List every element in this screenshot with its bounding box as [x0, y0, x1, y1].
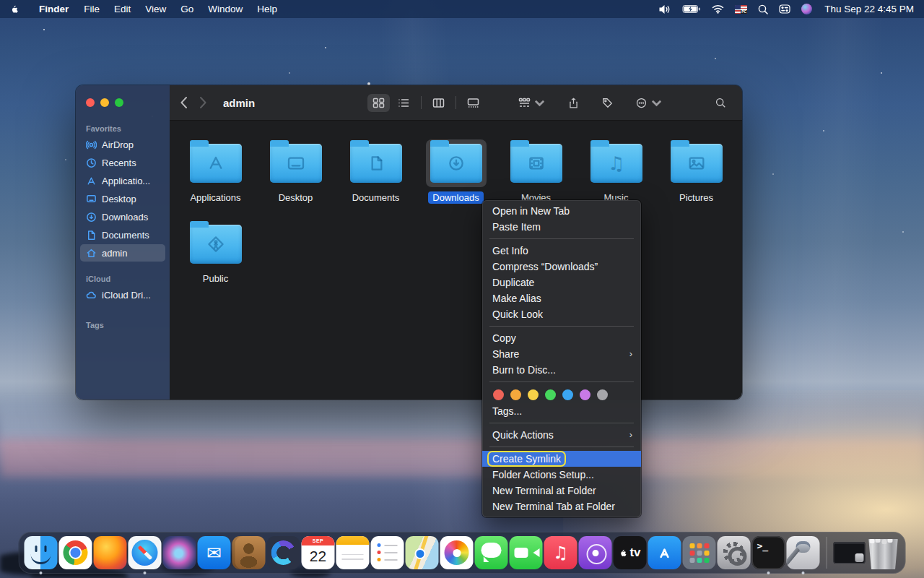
menubar-clock[interactable]: Thu Sep 22 4:45 PM — [824, 4, 914, 14]
menubar-item-help[interactable]: Help — [250, 4, 284, 14]
dock-music-icon[interactable]: ♫ — [544, 536, 578, 569]
menu-item-paste-item[interactable]: Paste Item — [482, 219, 641, 235]
folder-public[interactable]: Public — [175, 220, 256, 301]
dock-mail-icon[interactable]: ✉ — [198, 536, 231, 569]
tag-purple[interactable] — [580, 389, 590, 400]
sidebar-item-airdrop[interactable]: AirDrop — [80, 136, 165, 153]
tag-green[interactable] — [545, 389, 556, 400]
folder-desktop[interactable]: Desktop — [256, 139, 336, 220]
group-by-button[interactable] — [513, 94, 551, 112]
tag-gray[interactable] — [597, 389, 608, 400]
folder-applications[interactable]: Applications — [175, 139, 256, 220]
menubar-item-window[interactable]: Window — [201, 4, 250, 14]
tag-orange[interactable] — [510, 389, 521, 400]
clock-icon — [86, 158, 97, 168]
dock-c-app-icon[interactable] — [267, 536, 300, 569]
dock-divider — [827, 537, 827, 569]
dock-reminders-icon[interactable] — [371, 536, 404, 569]
apple-menu-icon[interactable] — [10, 3, 21, 15]
tag-red[interactable] — [493, 389, 504, 400]
menubar-item-file[interactable]: File — [77, 4, 107, 14]
dock-settings-icon[interactable] — [718, 536, 751, 569]
dock-finder-icon[interactable] — [25, 536, 58, 569]
folder-icon-pictures — [671, 144, 723, 183]
list-view-button[interactable] — [393, 94, 415, 112]
siri-icon[interactable] — [801, 4, 812, 14]
dock-chrome-icon[interactable] — [59, 536, 92, 569]
dock-siri-icon[interactable] — [163, 536, 196, 569]
spotlight-search-icon[interactable] — [758, 4, 768, 14]
minimize-window-button[interactable] — [100, 98, 109, 107]
dock-notes-icon[interactable] — [336, 536, 370, 569]
tag-blue[interactable] — [562, 389, 573, 400]
menu-item-copy[interactable]: Copy — [482, 330, 641, 346]
dock-terminal-icon[interactable]: >_ — [752, 536, 785, 569]
menubar-item-go[interactable]: Go — [173, 4, 201, 14]
icon-view-button[interactable] — [367, 94, 390, 112]
gallery-view-button[interactable] — [462, 94, 484, 112]
dock-firefox-icon[interactable] — [94, 536, 127, 569]
folder-pictures[interactable]: Pictures — [656, 139, 736, 220]
dock-appstore-icon[interactable] — [648, 536, 681, 569]
menu-item-make-alias[interactable]: Make Alias — [482, 290, 641, 306]
dock-safari-icon[interactable] — [128, 536, 162, 569]
stars — [43, 29, 45, 30]
cloud-icon — [86, 290, 97, 301]
dock-photos-icon[interactable] — [440, 536, 474, 569]
menubar-item-finder[interactable]: Finder — [31, 4, 77, 14]
menu-item-get-info[interactable]: Get Info — [482, 243, 641, 259]
sidebar-item-desktop[interactable]: Desktop — [80, 190, 165, 207]
dock-podcasts-icon[interactable] — [579, 536, 612, 569]
menu-item-new-terminal-tab-at-folder[interactable]: New Terminal Tab at Folder — [482, 499, 641, 514]
menu-item-folder-actions-setup[interactable]: Folder Actions Setup... — [482, 467, 641, 483]
dock-minimized-window[interactable] — [834, 536, 866, 569]
zoom-window-button[interactable] — [115, 98, 123, 107]
close-window-button[interactable] — [86, 98, 95, 107]
volume-icon[interactable] — [658, 4, 671, 14]
back-button[interactable] — [180, 96, 188, 109]
menubar-item-view[interactable]: View — [138, 4, 173, 14]
menu-item-duplicate[interactable]: Duplicate — [482, 275, 641, 290]
dock-calendar-icon[interactable]: SEP22 — [302, 536, 335, 569]
dock-launchpad-icon[interactable] — [683, 536, 716, 569]
menu-item-quick-look[interactable]: Quick Look — [482, 306, 641, 322]
dock-messages-icon[interactable] — [475, 536, 508, 569]
menubar-item-edit[interactable]: Edit — [107, 4, 138, 14]
dock-trash-icon[interactable] — [867, 536, 900, 569]
sidebar-item-admin[interactable]: admin — [80, 244, 165, 262]
dock-automator-icon[interactable] — [787, 536, 820, 569]
sidebar-item-applications[interactable]: Applicatio... — [80, 172, 165, 189]
menu-item-share[interactable]: Share› — [482, 346, 641, 362]
battery-charging-icon[interactable] — [682, 4, 701, 14]
sidebar-item-documents[interactable]: Documents — [80, 226, 165, 243]
tag-color-row — [482, 386, 641, 403]
menu-item-create-symlink[interactable]: Create Symlink — [482, 451, 641, 467]
sidebar-item-icloud-drive[interactable]: iCloud Dri... — [80, 286, 165, 303]
folder-icon-music: ♫ — [590, 144, 642, 183]
menu-item-open-in-new-tab[interactable]: Open in New Tab — [482, 203, 641, 219]
dock-appletv-icon[interactable]: tv — [614, 536, 647, 569]
dock-contacts-icon[interactable] — [232, 536, 266, 569]
control-center-icon[interactable] — [779, 4, 790, 14]
sidebar-item-downloads[interactable]: Downloads — [80, 208, 165, 225]
search-icon[interactable] — [710, 94, 732, 112]
more-actions-button[interactable] — [630, 94, 668, 112]
sidebar-item-recents[interactable]: Recents — [80, 154, 165, 171]
menu-item-quick-actions[interactable]: Quick Actions› — [482, 427, 641, 443]
dock-maps-icon[interactable] — [406, 536, 439, 569]
keyboard-layout-us-flag-icon[interactable]: PC — [735, 5, 747, 14]
menu-item-compress[interactable]: Compress “Downloads” — [482, 259, 641, 275]
share-icon[interactable] — [562, 94, 585, 112]
finder-window: Favorites AirDrop Recents Applicatio... … — [76, 85, 742, 400]
menu-item-burn-to-disc[interactable]: Burn to Disc... — [482, 362, 641, 378]
dock-facetime-icon[interactable] — [510, 536, 543, 569]
folder-documents[interactable]: Documents — [336, 139, 416, 220]
tag-icon[interactable] — [596, 94, 619, 112]
sidebar-section-icloud: iCloud — [76, 270, 170, 285]
menu-item-tags[interactable]: Tags... — [482, 403, 641, 419]
column-view-button[interactable] — [427, 94, 450, 112]
wifi-icon[interactable] — [712, 4, 724, 14]
forward-button[interactable] — [199, 96, 207, 109]
tag-yellow[interactable] — [528, 389, 539, 400]
menu-item-new-terminal-at-folder[interactable]: New Terminal at Folder — [482, 483, 641, 499]
